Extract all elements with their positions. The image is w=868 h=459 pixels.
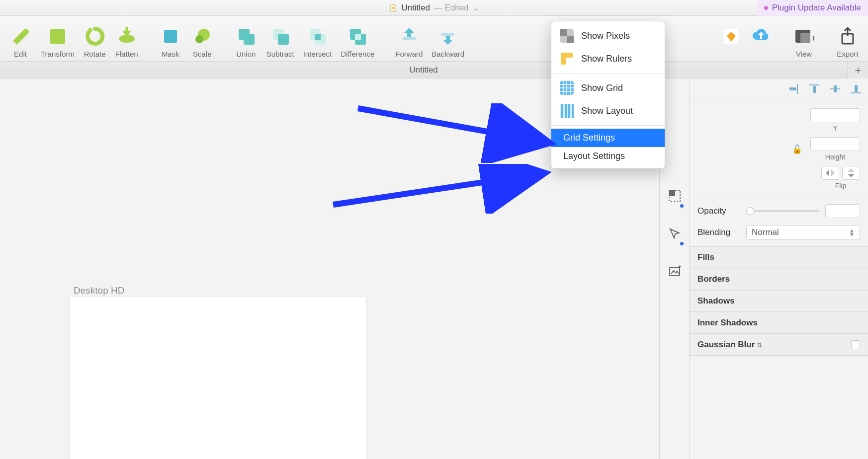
inner-shadows-header[interactable]: Inner Shadows [690,312,868,334]
svg-rect-46 [568,104,570,118]
svg-rect-15 [403,37,416,40]
align-right-icon[interactable] [788,84,798,96]
borders-header[interactable]: Borders [690,268,868,290]
updown-icon: ⇅ [757,342,762,349]
menu-show-rulers[interactable]: Show Rulers [551,47,665,70]
gaussian-blur-header[interactable]: Gaussian Blur ⇅ [690,334,868,356]
rulers-icon [559,51,574,66]
cloud-upload-icon [751,26,772,47]
menu-separator [551,73,665,74]
svg-line-24 [333,173,546,205]
backward-icon [437,26,458,47]
svg-rect-45 [565,104,567,118]
y-input[interactable] [810,108,860,122]
appearance-section: Opacity Blending Normal ▲▼ [690,198,868,246]
blending-select[interactable]: Normal ▲▼ [746,225,860,240]
align-bottom-icon[interactable] [851,84,861,96]
opacity-slider[interactable] [746,210,819,212]
sketch-diamond-icon [721,26,742,47]
toolbar: Edit Transform Rotate Flatten Mask Scale… [0,16,868,62]
svg-rect-47 [572,104,574,118]
new-tab-button[interactable]: ＋ [847,62,868,78]
canvas[interactable]: Desktop HD [0,78,659,459]
forward-button[interactable]: Forward [392,26,426,58]
svg-rect-21 [800,33,810,43]
y-field: Y [810,108,860,132]
arrow-annotation-2 [323,164,557,214]
union-button[interactable]: Union [232,26,260,58]
title-chevron-icon[interactable]: ⌄ [473,4,479,12]
align-middle-icon[interactable] [830,84,840,96]
svg-line-23 [358,108,551,143]
shadows-header[interactable]: Shadows [690,290,868,312]
flatten-button[interactable]: Flatten [112,26,141,58]
svg-rect-32 [813,86,816,93]
difference-icon [347,26,368,47]
opacity-input[interactable] [825,204,860,218]
intersect-icon [307,26,328,47]
flip-horizontal-button[interactable] [821,166,839,180]
svg-rect-6 [244,34,255,45]
intersect-button[interactable]: Intersect [300,26,335,58]
view-icon [793,26,814,47]
export-button[interactable]: Export [833,26,862,58]
height-input[interactable] [810,137,860,151]
difference-button[interactable]: Difference [338,26,377,58]
opacity-label: Opacity [697,206,740,216]
menu-layout-settings[interactable]: Layout Settings [551,147,665,165]
arrow-annotation-1 [328,103,562,163]
svg-rect-36 [855,85,858,92]
tab-untitled[interactable]: Untitled [0,65,847,75]
flatten-icon [116,26,137,47]
artboard-desktop-hd[interactable] [70,297,366,459]
artboard-label[interactable]: Desktop HD [74,285,124,296]
svg-rect-16 [407,32,411,37]
plugin-update-banner[interactable]: Plugin Update Available [757,0,868,16]
lock-icon[interactable]: 🔓 [792,144,802,154]
flip-vertical-button[interactable] [842,166,860,180]
svg-rect-8 [278,34,289,45]
rotate-icon [85,26,105,47]
subtract-button[interactable]: Subtract [263,26,297,58]
cloud-button[interactable] [748,26,775,58]
mask-icon [160,26,181,47]
transform-button[interactable]: Transform [38,26,78,58]
inspector-tab-align[interactable] [667,188,683,204]
menu-grid-settings[interactable]: Grid Settings [551,129,665,147]
view-button[interactable]: View [789,26,818,58]
blending-label: Blending [697,228,740,237]
view-dropdown-menu: Show Pixels Show Rulers Show Grid Show L… [551,21,665,169]
subtract-icon [270,26,291,47]
menu-show-layout[interactable]: Show Layout [551,99,665,122]
geometry-section: Y 🔓 Height Flip [690,102,868,198]
pixels-icon [559,28,574,43]
edit-icon [10,26,31,47]
edit-button[interactable]: Edit [6,26,35,58]
union-icon [236,26,257,47]
align-top-icon[interactable] [809,84,819,96]
svg-rect-0 [50,29,65,44]
fills-header[interactable]: Fills [690,246,868,268]
gaussian-checkbox[interactable] [851,340,860,349]
backward-button[interactable]: Backward [429,26,467,58]
rotate-button[interactable]: Rotate [81,26,109,58]
alignment-row [690,78,868,102]
svg-rect-2 [164,30,177,43]
svg-point-4 [195,35,203,43]
svg-rect-17 [441,33,454,36]
mask-button[interactable]: Mask [156,26,185,58]
grid-icon [559,80,574,95]
inspector-panel: + Y 🔓 Height [659,78,868,459]
menu-show-pixels[interactable]: Show Pixels [551,24,665,47]
mirror-button[interactable] [718,26,745,58]
height-field: Height [810,137,860,161]
menu-show-grid[interactable]: Show Grid [551,76,665,99]
forward-icon [399,26,420,47]
tab-bar: Untitled ＋ [0,62,868,78]
scale-icon [192,26,213,47]
scale-button[interactable]: Scale [188,26,217,58]
inspector-tab-export[interactable]: + [667,263,683,279]
svg-rect-39 [567,36,574,43]
inspector-tab-style[interactable] [667,226,683,241]
plugin-dot-icon [764,6,768,10]
